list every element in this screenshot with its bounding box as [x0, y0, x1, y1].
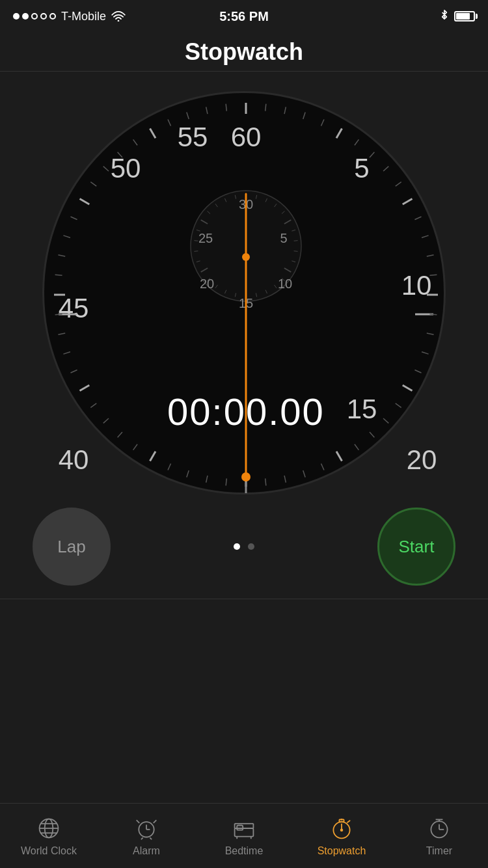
status-time: 5:56 PM — [219, 9, 269, 24]
svg-line-26 — [370, 432, 374, 437]
alarm-icon — [133, 815, 159, 841]
svg-line-46 — [58, 333, 65, 334]
page-dot-1 — [234, 543, 240, 550]
tab-stopwatch[interactable]: Stopwatch — [293, 815, 390, 857]
svg-line-27 — [355, 444, 359, 450]
bluetooth-icon — [440, 10, 449, 23]
svg-line-105 — [150, 837, 152, 839]
svg-line-20 — [427, 333, 434, 334]
svg-line-117 — [347, 821, 350, 822]
svg-line-45 — [63, 352, 70, 354]
svg-line-39 — [133, 444, 137, 450]
tab-alarm[interactable]: Alarm — [98, 815, 195, 857]
svg-line-54 — [90, 182, 96, 186]
svg-line-62 — [226, 104, 226, 111]
svg-line-49 — [55, 275, 62, 275]
page-title: Stopwatch — [185, 38, 303, 66]
nav-bar: Stopwatch — [0, 33, 488, 72]
signal-dot-2 — [22, 13, 29, 20]
svg-line-61 — [206, 107, 208, 114]
small-num-20: 20 — [200, 277, 214, 291]
tab-timer[interactable]: Timer — [390, 815, 488, 857]
svg-line-32 — [265, 478, 266, 485]
svg-line-29 — [321, 463, 324, 470]
tab-timer-label: Timer — [426, 845, 452, 857]
svg-line-6 — [303, 112, 305, 118]
svg-line-28 — [336, 452, 342, 461]
svg-line-50 — [58, 255, 65, 256]
svg-line-37 — [168, 463, 170, 470]
stopwatch-icon — [329, 815, 355, 841]
svg-line-12 — [396, 182, 401, 186]
signal-dot-4 — [40, 13, 47, 20]
battery-icon — [454, 11, 475, 21]
svg-line-10 — [370, 152, 374, 157]
svg-line-41 — [103, 418, 109, 423]
tab-stopwatch-label: Stopwatch — [318, 845, 366, 857]
svg-line-7 — [321, 120, 324, 126]
svg-line-53 — [80, 199, 90, 205]
main-content: 60 5 10 15 20 25 30 35 40 45 — [0, 72, 488, 803]
tab-alarm-label: Alarm — [133, 845, 160, 857]
lap-button[interactable]: Lap — [33, 508, 111, 586]
wifi-icon — [111, 11, 126, 21]
svg-line-13 — [403, 199, 413, 205]
svg-point-0 — [118, 20, 120, 21]
small-num-25: 25 — [198, 231, 213, 245]
status-bar: T-Mobile 5:56 PM — [0, 0, 488, 33]
svg-line-60 — [187, 112, 189, 118]
globe-icon — [36, 815, 62, 841]
svg-line-40 — [118, 432, 122, 437]
status-right — [440, 10, 475, 23]
signal-dot-3 — [31, 13, 38, 20]
buttons-area: Lap Start — [0, 495, 488, 599]
signal-dot-5 — [49, 13, 56, 20]
svg-line-22 — [414, 370, 421, 373]
page-dots — [234, 543, 254, 550]
start-button[interactable]: Start — [377, 508, 455, 586]
svg-line-104 — [141, 837, 143, 839]
svg-line-25 — [383, 418, 388, 423]
svg-line-24 — [396, 403, 401, 407]
svg-line-38 — [150, 452, 156, 461]
num-55: 55 — [178, 122, 208, 152]
svg-line-57 — [133, 139, 137, 145]
svg-point-118 — [341, 819, 343, 821]
svg-line-52 — [71, 217, 77, 219]
battery-fill — [456, 13, 470, 20]
svg-line-51 — [63, 236, 70, 237]
svg-line-15 — [422, 236, 428, 237]
svg-line-14 — [414, 217, 421, 219]
svg-rect-107 — [237, 825, 243, 830]
svg-line-86 — [194, 241, 198, 241]
tab-world-clock[interactable]: World Clock — [0, 815, 98, 857]
hand-pivot — [241, 472, 251, 481]
tab-bedtime-label: Bedtime — [225, 845, 264, 857]
tab-bedtime[interactable]: Bedtime — [195, 815, 293, 857]
svg-line-70 — [294, 241, 298, 241]
svg-line-23 — [403, 385, 413, 391]
divider — [0, 599, 488, 599]
svg-line-59 — [168, 120, 170, 126]
svg-line-11 — [383, 167, 388, 171]
svg-line-16 — [427, 255, 434, 256]
num-45: 45 — [59, 293, 89, 323]
clock-svg: 60 5 10 15 20 25 30 35 40 45 — [44, 93, 448, 496]
small-num-10: 10 — [278, 277, 292, 291]
stopwatch-container: 60 5 10 15 20 25 30 35 40 45 — [0, 72, 488, 599]
clock-face: 60 5 10 15 20 25 30 35 40 45 — [42, 91, 446, 495]
svg-line-30 — [303, 470, 305, 477]
bedtime-icon — [231, 815, 257, 841]
svg-line-102 — [137, 820, 140, 823]
status-left: T-Mobile — [13, 10, 126, 23]
num-40: 40 — [59, 444, 89, 475]
svg-line-42 — [90, 403, 96, 407]
num-5: 5 — [354, 153, 369, 183]
svg-line-44 — [71, 370, 77, 373]
num-10: 10 — [401, 270, 432, 301]
num-60: 60 — [231, 122, 262, 152]
svg-line-103 — [154, 820, 157, 823]
svg-line-4 — [265, 104, 266, 111]
svg-line-9 — [355, 139, 359, 145]
svg-line-5 — [284, 107, 286, 114]
